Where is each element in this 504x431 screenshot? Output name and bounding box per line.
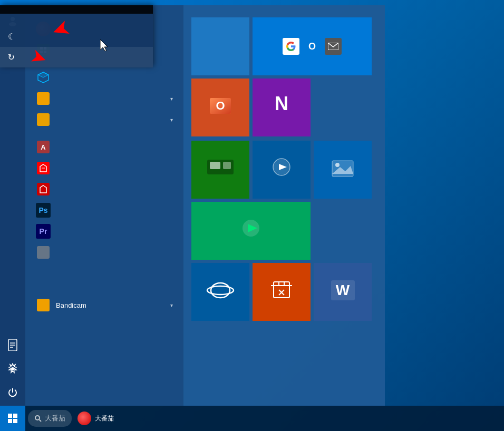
app-icon-360center — [36, 112, 51, 127]
tile-tencent[interactable] — [191, 202, 311, 260]
section-label-a — [31, 130, 178, 136]
tile-word[interactable]: W — [314, 263, 372, 321]
tiles-row-3 — [191, 141, 377, 199]
tile-office[interactable]: O — [191, 79, 249, 136]
app-icon-bandicam — [36, 298, 51, 312]
expand-arrow: ▾ — [170, 302, 173, 308]
svg-rect-21 — [223, 162, 231, 169]
svg-line-45 — [40, 420, 42, 422]
restart-menu-item[interactable]: ↺ — [0, 47, 153, 67]
onenote-icon: N — [268, 90, 295, 121]
taskbar-app-tomato[interactable]: 大番茄 — [76, 410, 114, 427]
svg-text:N: N — [275, 93, 288, 114]
taskbar-tomato-icon — [76, 410, 93, 427]
app-item[interactable]: Ps — [31, 200, 178, 221]
taskbar: 大番茄 大番茄 — [0, 406, 504, 431]
restart-icon: ↺ — [8, 52, 15, 62]
svg-text:O: O — [216, 99, 225, 112]
ie-icon — [206, 278, 235, 304]
tiles-row-4 — [191, 202, 377, 260]
svg-rect-42 — [8, 419, 12, 423]
tiles-row-2: O N — [191, 79, 377, 136]
svg-marker-12 — [38, 72, 49, 77]
taskbar-search-label: 大番茄 — [45, 414, 65, 423]
app-icon-360browser — [36, 91, 51, 106]
svg-point-29 — [211, 283, 230, 298]
app-item[interactable]: ▾ — [31, 109, 178, 130]
svg-rect-43 — [13, 419, 17, 423]
outlook-icon: O — [304, 38, 321, 55]
svg-rect-31 — [274, 282, 289, 298]
uninstall-icon — [268, 279, 295, 302]
tile-uninstall[interactable] — [253, 263, 311, 321]
movies-icon — [268, 155, 295, 182]
tencent-icon — [238, 217, 264, 243]
svg-rect-41 — [13, 414, 17, 418]
tile-photos[interactable] — [314, 141, 372, 199]
tile-mail[interactable]: O — [253, 17, 372, 75]
app-item[interactable] — [31, 242, 178, 263]
app-list: ▾ ▾ A — [25, 18, 183, 387]
tile-movies[interactable] — [253, 141, 311, 199]
google-icon — [283, 38, 299, 55]
svg-rect-40 — [8, 414, 12, 418]
app-icon-premiere: Pr — [36, 224, 51, 239]
expand-arrow: ▾ — [170, 96, 173, 102]
app-item[interactable] — [31, 179, 178, 200]
mail-icons: O — [283, 38, 342, 55]
app-icon-apple — [36, 245, 51, 260]
power-tooltip — [0, 5, 153, 14]
tiles-panel: O — [183, 5, 385, 406]
app-item[interactable]: ▾ — [31, 88, 178, 109]
app-icon-3d — [36, 70, 51, 85]
sleep-icon: ☾ — [8, 32, 15, 42]
search-icon — [34, 415, 42, 422]
taskbar-tomato-label: 大番茄 — [95, 414, 114, 423]
document-icon[interactable] — [2, 335, 23, 356]
app-item[interactable]: Pr — [31, 221, 178, 242]
expand-arrow: ▾ — [170, 117, 173, 123]
xbox-game-icon — [205, 155, 236, 182]
office-icon: O — [207, 90, 234, 121]
settings-icon[interactable] — [2, 358, 23, 379]
svg-point-25 — [335, 163, 340, 167]
tile-calendar[interactable] — [191, 17, 249, 75]
email-icon — [325, 38, 342, 55]
app-item[interactable]: A — [31, 136, 178, 158]
svg-rect-20 — [210, 162, 220, 169]
tiles-row-5: W — [191, 263, 377, 321]
app-icon-acrobat-pro — [36, 182, 51, 197]
word-icon: W — [328, 278, 357, 303]
svg-point-44 — [35, 416, 40, 420]
power-menu-popup: ☾ ↺ — [0, 5, 153, 67]
power-icon[interactable] — [2, 382, 23, 403]
start-button[interactable] — [0, 406, 25, 431]
tile-onenote[interactable]: N — [253, 79, 311, 136]
app-name: Bandicam — [56, 301, 86, 309]
app-icon-acrobat-distiller — [36, 161, 51, 175]
sleep-menu-item[interactable]: ☾ — [0, 26, 153, 47]
tile-xbox[interactable] — [191, 141, 249, 199]
svg-text:W: W — [335, 282, 350, 298]
app-item[interactable] — [31, 158, 178, 179]
tile-ie[interactable] — [191, 263, 249, 321]
app-item[interactable] — [31, 67, 178, 88]
app-item[interactable]: Bandicam ▾ — [31, 295, 178, 316]
photos-icon — [329, 155, 356, 182]
taskbar-search[interactable]: 大番茄 — [28, 410, 72, 427]
tiles-row-1: O — [191, 17, 377, 75]
app-icon-photoshop: Ps — [36, 203, 51, 218]
app-icon-access: A — [36, 140, 51, 154]
